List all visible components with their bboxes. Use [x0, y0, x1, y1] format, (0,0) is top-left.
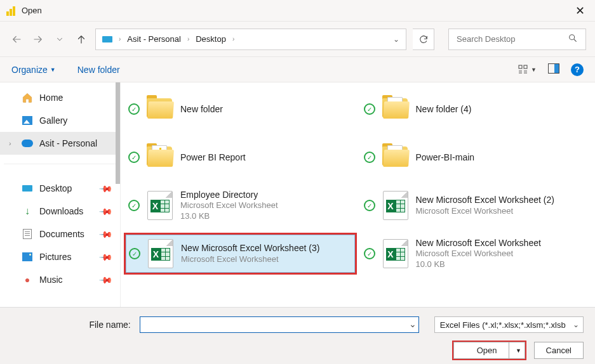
music-icon: ● [22, 274, 33, 285]
filetype-select[interactable]: Excel Files (*.xl;*.xlsx;*.xlsm;*.xlsb ⌄ [434, 316, 584, 333]
sidebar-scrollbar[interactable] [116, 82, 120, 184]
organize-menu[interactable]: Organize ▼ [11, 65, 56, 75]
pin-icon: 📌 [98, 181, 113, 195]
sidebar: Home Gallery › Asit - Personal Desktop 📌 [0, 82, 121, 307]
open-button-label: Open [465, 342, 509, 358]
powerbi-icon [6, 6, 17, 16]
folder-item[interactable]: ✓ Power BI Report [126, 138, 355, 176]
address-dropdown-icon[interactable]: ⌄ [393, 35, 399, 44]
file-name: New folder [180, 103, 223, 115]
open-button[interactable]: Open ▼ [453, 342, 525, 359]
sync-status-icon: ✓ [364, 103, 375, 115]
file-list: ✓ New folder ✓ New folder (4) ✓ Power BI… [121, 82, 595, 307]
open-split-dropdown[interactable]: ▼ [513, 348, 525, 354]
filetype-value: Excel Files (*.xl;*.xlsx;*.xlsm;*.xlsb [440, 320, 566, 330]
organize-label: Organize [11, 65, 48, 75]
refresh-button[interactable] [413, 29, 434, 50]
svg-point-0 [570, 35, 575, 40]
file-size: 13.0 KB [180, 211, 278, 222]
breadcrumb-desktop[interactable]: Desktop [196, 34, 226, 44]
sidebar-item-personal[interactable]: › Asit - Personal [0, 132, 120, 155]
file-name: Power BI Report [180, 152, 246, 163]
file-name: New folder (4) [416, 103, 472, 115]
filename-label: File name: [11, 320, 135, 330]
chevron-right-icon: › [232, 36, 234, 42]
sidebar-item-desktop[interactable]: Desktop 📌 [0, 177, 120, 200]
sidebar-label: Downloads [39, 206, 83, 216]
folder-item[interactable]: ✓ Power-BI-main [361, 138, 591, 176]
search-box[interactable] [448, 29, 586, 50]
cancel-button[interactable]: Cancel [534, 342, 584, 359]
filename-dropdown-icon[interactable]: ⌄ [409, 319, 417, 329]
preview-pane-button[interactable] [548, 63, 559, 75]
file-item-selected[interactable]: ✓ X New Microsoft Excel Worksheet (3) Mi… [126, 235, 355, 273]
sidebar-label: Music [39, 275, 63, 285]
desktop-icon [22, 183, 33, 194]
file-item[interactable]: ✓ X Employee Directory Microsoft Excel W… [126, 186, 355, 224]
sidebar-label: Pictures [39, 252, 72, 262]
folder-item[interactable]: ✓ New folder (4) [361, 90, 591, 128]
pin-icon: 📌 [98, 204, 113, 218]
divider [4, 164, 116, 164]
gallery-icon [22, 115, 33, 126]
sidebar-item-documents[interactable]: Documents 📌 [0, 223, 120, 245]
excel-file-icon: X [380, 190, 411, 221]
folder-icon [145, 142, 175, 172]
address-bar[interactable]: › Asit - Personal › Desktop › ⌄ [95, 29, 406, 50]
sidebar-label: Desktop [39, 183, 72, 193]
titlebar: Open ✕ [0, 0, 595, 22]
up-button[interactable] [74, 32, 89, 47]
folder-icon [380, 94, 411, 124]
chevron-right-icon: › [119, 36, 121, 42]
excel-file-icon: X [145, 238, 176, 269]
documents-icon [22, 228, 33, 240]
folder-item[interactable]: ✓ New folder [126, 90, 355, 128]
body-area: Home Gallery › Asit - Personal Desktop 📌 [0, 82, 595, 307]
sidebar-item-music[interactable]: ● Music 📌 [0, 268, 120, 291]
excel-file-icon: X [145, 190, 175, 221]
breadcrumb-personal[interactable]: Asit - Personal [127, 34, 181, 44]
sync-status-icon: ✓ [364, 152, 375, 163]
sidebar-label: Asit - Personal [39, 138, 97, 148]
sidebar-item-downloads[interactable]: ↓ Downloads 📌 [0, 200, 120, 223]
recent-dropdown[interactable] [52, 32, 67, 47]
desktop-icon [102, 36, 112, 42]
chevron-right-icon: › [9, 140, 15, 147]
file-name: Employee Directory [180, 189, 278, 200]
close-button[interactable]: ✕ [572, 4, 589, 18]
sidebar-item-gallery[interactable]: Gallery [0, 109, 120, 132]
file-size: 10.0 KB [416, 259, 541, 270]
sync-status-icon: ✓ [364, 248, 375, 259]
file-name: New Microsoft Excel Worksheet (3) [181, 242, 319, 254]
chevron-down-icon: ▼ [531, 67, 537, 73]
back-button[interactable] [9, 32, 24, 47]
chevron-down-icon: ⌄ [573, 320, 579, 329]
file-item[interactable]: ✓ X New Microsoft Excel Worksheet Micros… [361, 235, 591, 273]
sync-status-icon: ✓ [128, 103, 140, 115]
file-type: Microsoft Excel Worksheet [180, 200, 278, 211]
nav-row: › Asit - Personal › Desktop › ⌄ [0, 22, 595, 57]
search-input[interactable] [457, 34, 568, 44]
sidebar-label: Home [39, 93, 63, 103]
search-icon [568, 33, 578, 45]
new-folder-button[interactable]: New folder [77, 65, 120, 75]
file-item[interactable]: ✓ X New Microsoft Excel Worksheet (2) Mi… [361, 186, 591, 224]
sidebar-label: Documents [39, 229, 84, 239]
toolbar: Organize ▼ New folder ▼ ? [0, 57, 595, 82]
home-icon [22, 92, 33, 103]
svg-rect-2 [524, 65, 527, 68]
sidebar-label: Gallery [39, 115, 67, 126]
view-options-button[interactable]: ▼ [518, 65, 537, 75]
sidebar-item-home[interactable]: Home [0, 86, 120, 109]
pin-icon: 📌 [98, 249, 113, 264]
sidebar-item-pictures[interactable]: Pictures 📌 [0, 245, 120, 268]
file-name: New Microsoft Excel Worksheet (2) [416, 194, 554, 205]
downloads-icon: ↓ [22, 205, 33, 217]
help-button[interactable]: ? [571, 63, 584, 76]
forward-button[interactable] [30, 32, 46, 47]
file-type: Microsoft Excel Worksheet [416, 249, 541, 259]
pin-icon: 📌 [98, 226, 113, 241]
excel-file-icon: X [380, 238, 411, 269]
filename-input[interactable] [140, 316, 419, 333]
file-name: New Microsoft Excel Worksheet [416, 237, 541, 249]
